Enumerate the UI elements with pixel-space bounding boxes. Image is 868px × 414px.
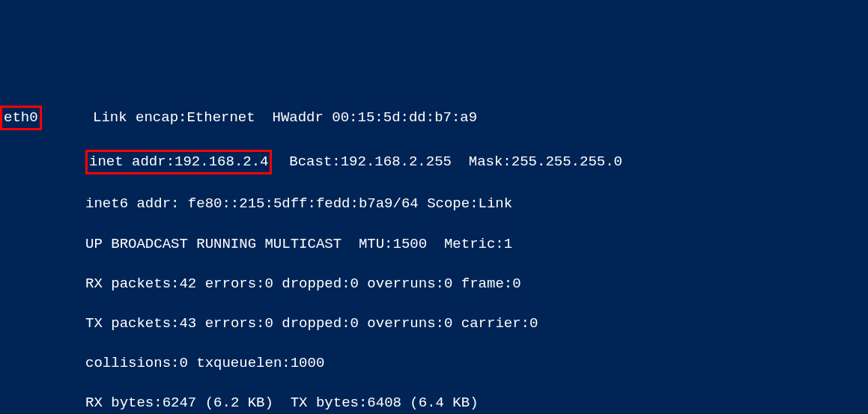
collisions-label: collisions:	[85, 355, 179, 371]
eth0-inet6-addr: fe80::215:5dff:fedd:b7a9/64	[188, 195, 419, 212]
bcast-label: Bcast:	[289, 153, 340, 170]
eth0-line8: RX bytes:6247 (6.2 KB) TX bytes:6408 (6.…	[0, 393, 868, 413]
eth0-tx-carrier: 0	[529, 315, 538, 332]
rx-bytes-label: RX bytes:	[85, 395, 163, 411]
errors-label: errors:	[205, 315, 265, 332]
eth0-flags: UP BROADCAST RUNNING MULTICAST	[85, 236, 342, 252]
eth0-name-highlight: eth0	[0, 106, 42, 130]
eth0-rx-bytes-human: 6.2 KB	[213, 395, 264, 411]
eth0-line5: RX packets:42 errors:0 dropped:0 overrun…	[0, 274, 868, 294]
dropped-label: dropped:	[282, 315, 350, 332]
hwaddr-label: HWaddr	[272, 109, 323, 126]
eth0-rx-overruns: 0	[444, 276, 452, 292]
eth0-line3: inet6 addr: fe80::215:5dff:fedd:b7a9/64 …	[0, 194, 868, 214]
dropped-label: dropped:	[282, 276, 350, 292]
interface-name: eth0	[4, 109, 38, 126]
eth0-tx-dropped: 0	[350, 315, 359, 332]
eth0-rx-errors: 0	[265, 276, 273, 292]
eth0-rx-dropped: 0	[350, 276, 359, 292]
inet-addr-label: inet addr:	[89, 153, 174, 170]
eth0-line2: inet addr:192.168.2.4 Bcast:192.168.2.25…	[0, 150, 868, 174]
eth0-inet-addr: 192.168.2.4	[174, 153, 268, 170]
eth0-inet-highlight: inet addr:192.168.2.4	[85, 150, 272, 174]
eth0-scope: Link	[479, 195, 513, 212]
mask-label: Mask:	[469, 153, 512, 170]
eth0-line6: TX packets:43 errors:0 dropped:0 overrun…	[0, 314, 868, 334]
overruns-label: overruns:	[367, 276, 444, 292]
eth0-metric: 1	[504, 236, 512, 252]
eth0-line4: UP BROADCAST RUNNING MULTICAST MTU:1500 …	[0, 234, 868, 255]
eth0-txqueuelen: 1000	[291, 355, 325, 371]
eth0-tx-bytes-human: 6.4 KB	[419, 395, 470, 411]
frame-label: frame:	[461, 276, 512, 292]
scope-label: Scope:	[427, 195, 478, 212]
mtu-label: MTU:	[359, 236, 393, 252]
eth0-bcast: 192.168.2.255	[341, 153, 452, 170]
interface-eth0: eth0 Link encap:Ethernet HWaddr 00:15:5d…	[0, 85, 868, 414]
errors-label: errors:	[205, 276, 265, 292]
inet6-addr-label: inet6 addr:	[85, 195, 179, 212]
eth0-line1: eth0 Link encap:Ethernet HWaddr 00:15:5d…	[0, 106, 868, 130]
eth0-collisions: 0	[179, 355, 187, 371]
tx-packets-label: TX packets:	[85, 315, 179, 332]
eth0-tx-overruns: 0	[444, 315, 452, 332]
eth0-line7: collisions:0 txqueuelen:1000	[0, 353, 868, 374]
eth0-mask: 255.255.255.0	[512, 153, 622, 170]
eth0-rx-bytes: 6247	[163, 395, 197, 411]
eth0-rx-packets: 42	[179, 276, 196, 292]
rx-packets-label: RX packets:	[85, 276, 179, 292]
carrier-label: carrier:	[461, 315, 529, 332]
metric-label: Metric:	[444, 236, 504, 252]
txqueuelen-label: txqueuelen:	[196, 355, 290, 371]
eth0-rx-frame: 0	[512, 276, 521, 292]
tx-bytes-label: TX bytes:	[291, 395, 368, 411]
eth0-link-encap: Ethernet	[186, 109, 255, 126]
eth0-tx-packets: 43	[179, 315, 196, 332]
eth0-tx-errors: 0	[265, 315, 273, 332]
overruns-label: overruns:	[367, 315, 444, 332]
eth0-mtu: 1500	[393, 236, 428, 252]
eth0-hwaddr: 00:15:5d:dd:b7:a9	[332, 109, 477, 126]
link-encap-label: Link encap:	[93, 109, 186, 126]
eth0-tx-bytes: 6408	[367, 395, 401, 411]
